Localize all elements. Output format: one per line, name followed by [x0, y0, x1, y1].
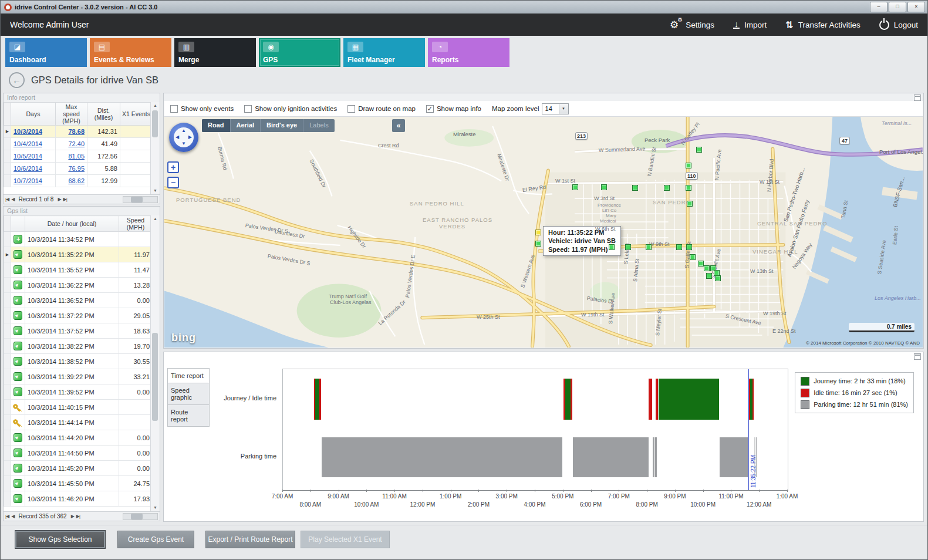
- time-chart-plot[interactable]: 11:35:22 PM: [282, 369, 788, 491]
- column-header-max-speed[interactable]: Max speed (MPH): [56, 103, 87, 126]
- tab-time-report[interactable]: Time report: [167, 368, 210, 383]
- max-speed-link[interactable]: 81.05: [56, 150, 87, 163]
- pan-west-icon[interactable]: [176, 135, 179, 140]
- map-style-bar-collapse[interactable]: «: [392, 119, 405, 132]
- prev-record-button[interactable]: ◀: [11, 197, 14, 202]
- show-gps-selection-button[interactable]: Show Gps Selection: [15, 531, 105, 548]
- scroll-down-icon[interactable]: ▼: [151, 504, 160, 511]
- gps-marker[interactable]: [715, 275, 721, 281]
- checkbox-show-only-events[interactable]: Show only events: [170, 105, 234, 113]
- selected-gps-marker[interactable]: [535, 230, 541, 235]
- panel-collapse-button[interactable]: [914, 353, 921, 360]
- gps-marker[interactable]: [625, 244, 631, 250]
- back-button[interactable]: ←: [9, 72, 25, 88]
- prev-record-button[interactable]: ◀: [11, 514, 14, 519]
- gps-marker[interactable]: [696, 147, 702, 153]
- map-zoom-select[interactable]: 14 ▼: [542, 103, 569, 114]
- gps-list-row[interactable]: 10/3/2014 11:36:52 PM0.00: [4, 293, 153, 308]
- max-speed-link[interactable]: 72.40: [56, 138, 87, 150]
- import-action[interactable]: ↓Import: [733, 21, 767, 29]
- gps-vertical-scrollbar[interactable]: ▲ ▼: [150, 215, 160, 511]
- scroll-thumb[interactable]: [131, 197, 143, 203]
- scroll-up-icon[interactable]: ▲: [151, 102, 160, 109]
- horizontal-scrollbar[interactable]: [123, 196, 158, 203]
- minimize-button[interactable]: –: [870, 2, 887, 12]
- scroll-thumb[interactable]: [152, 110, 158, 137]
- map-zoom-in-button[interactable]: +: [167, 161, 179, 173]
- checkbox-box-icon[interactable]: [170, 105, 178, 113]
- transfer-activities-action[interactable]: ⇅Transfer Activities: [785, 19, 860, 31]
- scroll-up-icon[interactable]: ▲: [151, 215, 160, 222]
- gps-marker[interactable]: [686, 185, 691, 191]
- gps-marker[interactable]: [687, 201, 693, 207]
- tab-fleet-manager[interactable]: ▦Fleet Manager: [343, 38, 425, 67]
- scroll-thumb[interactable]: [152, 333, 158, 421]
- scroll-thumb[interactable]: [131, 514, 143, 519]
- max-speed-link[interactable]: 76.95: [56, 163, 87, 175]
- max-speed-link[interactable]: 68.62: [56, 175, 87, 187]
- map[interactable]: RoadAerialBird's eyeLabels « + − Hour: 1…: [164, 117, 923, 348]
- last-record-button[interactable]: ▶|: [63, 197, 67, 202]
- gps-list-row[interactable]: 10/3/2014 11:40:15 PM: [4, 400, 153, 415]
- gps-marker[interactable]: [646, 244, 652, 250]
- maximize-button[interactable]: □: [889, 2, 906, 12]
- time-cursor[interactable]: [748, 369, 749, 490]
- gps-list-row[interactable]: ▶10/3/2014 11:35:22 PM11.97: [4, 247, 153, 262]
- day-link[interactable]: 10/4/2014: [11, 138, 56, 150]
- checkbox-draw-route-on-map[interactable]: Draw route on map: [347, 105, 416, 113]
- next-record-button[interactable]: ▶: [58, 197, 60, 202]
- gps-marker[interactable]: [686, 163, 691, 168]
- max-speed-link[interactable]: 78.68: [56, 126, 87, 138]
- scroll-down-icon[interactable]: ▼: [151, 187, 160, 194]
- logout-action[interactable]: Logout: [879, 20, 918, 30]
- column-header-speed[interactable]: Speed (MPH): [119, 216, 153, 232]
- map-compass[interactable]: [169, 123, 198, 152]
- first-record-button[interactable]: |◀: [5, 514, 9, 519]
- gps-list-row[interactable]: 10/3/2014 11:46:20 PM17.93: [4, 491, 153, 507]
- gps-list-row[interactable]: 10/3/2014 11:34:52 PM: [4, 232, 153, 247]
- gps-marker[interactable]: [664, 185, 670, 191]
- tab-reports[interactable]: ◔Reports: [428, 38, 509, 67]
- tab-gps[interactable]: ◉GPS: [259, 38, 340, 67]
- column-header-x1-events[interactable]: X1 Events: [120, 103, 153, 126]
- column-header-days[interactable]: Days: [11, 103, 56, 126]
- tab-events-reviews[interactable]: ▤Events & Reviews: [90, 38, 171, 67]
- day-link[interactable]: 10/5/2014: [11, 150, 56, 163]
- pan-north-icon[interactable]: [181, 129, 186, 133]
- gps-marker[interactable]: [572, 184, 578, 190]
- tab-merge[interactable]: ▥Merge: [174, 38, 256, 67]
- info-report-row[interactable]: 10/7/201468.6212.99: [4, 175, 153, 187]
- info-report-row[interactable]: 10/4/201472.4041.49: [4, 138, 153, 150]
- gps-list-row[interactable]: 10/3/2014 11:36:22 PM13.28: [4, 278, 153, 293]
- day-link[interactable]: 10/3/2014: [11, 126, 56, 138]
- checkbox-show-only-ignition-activities[interactable]: Show only ignition activities: [244, 105, 337, 113]
- last-record-button[interactable]: ▶|: [76, 514, 80, 519]
- create-gps-event-button[interactable]: Create Gps Event: [117, 531, 194, 548]
- tab-dashboard[interactable]: ◪Dashboard: [5, 38, 87, 67]
- gps-list-row[interactable]: 10/3/2014 11:44:14 PM: [4, 415, 153, 430]
- checkbox-box-icon[interactable]: ✓: [426, 105, 434, 113]
- day-link[interactable]: 10/7/2014: [11, 175, 56, 187]
- horizontal-scrollbar[interactable]: [123, 513, 158, 520]
- info-report-row[interactable]: ▶10/3/201478.68142.31: [4, 126, 153, 138]
- tab-speed-graphic[interactable]: Speed graphic: [167, 383, 210, 405]
- checkbox-show-map-info[interactable]: ✓Show map info: [426, 105, 481, 113]
- column-header-date-hour[interactable]: Date / hour (local): [25, 216, 119, 232]
- gps-marker[interactable]: [632, 185, 638, 191]
- checkbox-box-icon[interactable]: [347, 105, 355, 113]
- gps-marker[interactable]: [704, 265, 710, 271]
- gps-marker[interactable]: [676, 244, 682, 250]
- pan-south-icon[interactable]: [181, 141, 186, 146]
- map-style-road[interactable]: Road: [202, 119, 230, 132]
- gps-list-row[interactable]: 10/3/2014 11:38:22 PM19.70: [4, 339, 153, 354]
- column-header-dist[interactable]: Dist. (Miles): [87, 103, 120, 126]
- gps-list-row[interactable]: 10/3/2014 11:35:52 PM11.47: [4, 262, 153, 278]
- gps-list-row[interactable]: 10/3/2014 11:45:20 PM0.00: [4, 461, 153, 476]
- info-report-row[interactable]: 10/5/201481.05172.56: [4, 150, 153, 163]
- map-style-aerial[interactable]: Aerial: [230, 119, 261, 132]
- gps-list-row[interactable]: 10/3/2014 11:44:20 PM0.00: [4, 430, 153, 446]
- gps-marker[interactable]: [698, 261, 704, 266]
- gps-marker[interactable]: [706, 273, 712, 279]
- gps-marker[interactable]: [609, 244, 615, 250]
- pan-east-icon[interactable]: [188, 135, 192, 140]
